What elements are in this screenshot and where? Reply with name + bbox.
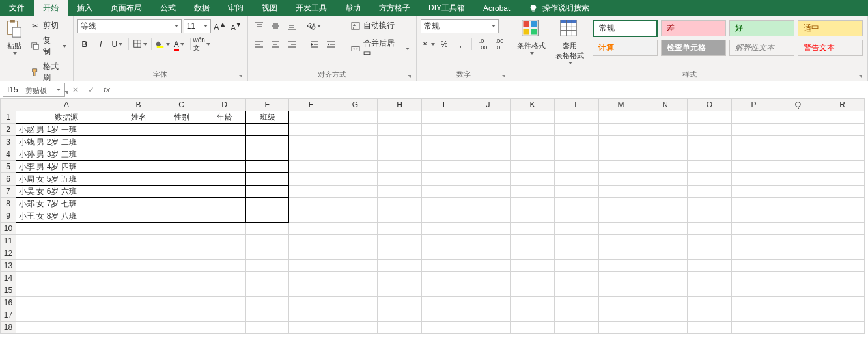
cell-B17[interactable]: [117, 309, 160, 322]
col-header-P[interactable]: P: [732, 99, 776, 111]
cell-P12[interactable]: [732, 247, 776, 260]
cell-I8[interactable]: [422, 198, 466, 210]
cell-G10[interactable]: [333, 223, 378, 235]
cell-Q13[interactable]: [776, 260, 820, 272]
tab-file[interactable]: 文件: [0, 0, 34, 16]
cell-O8[interactable]: [688, 198, 732, 210]
cell-C3[interactable]: [160, 136, 203, 148]
cell-M13[interactable]: [599, 260, 643, 272]
cell-M11[interactable]: [599, 235, 643, 247]
cell-D10[interactable]: [203, 223, 246, 235]
cell-E5[interactable]: [246, 161, 289, 173]
cell-G4[interactable]: [333, 148, 378, 161]
cell-N18[interactable]: [643, 322, 688, 334]
cell-A18[interactable]: [16, 322, 117, 334]
cell-E18[interactable]: [246, 322, 289, 334]
cell-N3[interactable]: [643, 136, 688, 148]
cell-D3[interactable]: [203, 136, 246, 148]
percent-button[interactable]: %: [437, 37, 451, 51]
cell-D14[interactable]: [203, 272, 246, 284]
cell-P17[interactable]: [732, 309, 776, 322]
cell-J6[interactable]: [466, 173, 511, 186]
tab-home[interactable]: 开始: [34, 0, 68, 16]
cell-M9[interactable]: [599, 210, 643, 223]
cell-E2[interactable]: [246, 124, 289, 136]
col-header-B[interactable]: B: [117, 99, 160, 111]
increase-decimal-button[interactable]: .0.00: [476, 37, 490, 51]
cell-Q10[interactable]: [776, 223, 820, 235]
cell-B4[interactable]: [117, 148, 160, 161]
cell-A13[interactable]: [16, 260, 117, 272]
cell-B5[interactable]: [117, 161, 160, 173]
shrink-font-button[interactable]: A▼: [229, 19, 244, 33]
row-header-6[interactable]: 6: [1, 173, 16, 186]
cell-F4[interactable]: [289, 148, 333, 161]
cell-A15[interactable]: [16, 284, 117, 297]
cell-N6[interactable]: [643, 173, 688, 186]
cell-D18[interactable]: [203, 322, 246, 334]
row-header-16[interactable]: 16: [1, 297, 16, 309]
cell-M4[interactable]: [599, 148, 643, 161]
cell-K11[interactable]: [511, 235, 555, 247]
cell-G12[interactable]: [333, 247, 378, 260]
cell-E3[interactable]: [246, 136, 289, 148]
tab-help[interactable]: 帮助: [336, 0, 370, 16]
cell-F10[interactable]: [289, 223, 333, 235]
cell-N11[interactable]: [643, 235, 688, 247]
cut-button[interactable]: ✂剪切: [27, 19, 69, 33]
indent-decrease-button[interactable]: [307, 37, 322, 51]
cell-J8[interactable]: [466, 198, 511, 210]
cell-R4[interactable]: [820, 148, 865, 161]
cell-R8[interactable]: [820, 198, 865, 210]
cell-G3[interactable]: [333, 136, 378, 148]
cell-P4[interactable]: [732, 148, 776, 161]
cell-P5[interactable]: [732, 161, 776, 173]
cell-J1[interactable]: [466, 111, 511, 124]
cell-R6[interactable]: [820, 173, 865, 186]
style-warn[interactable]: 警告文本: [798, 40, 863, 56]
cell-L7[interactable]: [555, 186, 599, 198]
cell-A1[interactable]: 数据源: [16, 111, 117, 124]
tab-diy[interactable]: DIY工具箱: [419, 0, 474, 16]
col-header-F[interactable]: F: [289, 99, 333, 111]
cell-F13[interactable]: [289, 260, 333, 272]
cell-Q18[interactable]: [776, 322, 820, 334]
cell-C5[interactable]: [160, 161, 203, 173]
cell-D17[interactable]: [203, 309, 246, 322]
cell-E15[interactable]: [246, 284, 289, 297]
cell-O11[interactable]: [688, 235, 732, 247]
cell-D6[interactable]: [203, 173, 246, 186]
cell-O17[interactable]: [688, 309, 732, 322]
cell-K10[interactable]: [511, 223, 555, 235]
cell-K1[interactable]: [511, 111, 555, 124]
comma-button[interactable]: ,: [453, 37, 468, 51]
cell-H5[interactable]: [378, 161, 422, 173]
cell-H9[interactable]: [378, 210, 422, 223]
cell-H13[interactable]: [378, 260, 422, 272]
cell-G8[interactable]: [333, 198, 378, 210]
cell-K14[interactable]: [511, 272, 555, 284]
cell-B18[interactable]: [117, 322, 160, 334]
cell-M18[interactable]: [599, 322, 643, 334]
cell-N8[interactable]: [643, 198, 688, 210]
cell-M1[interactable]: [599, 111, 643, 124]
cell-P2[interactable]: [732, 124, 776, 136]
tab-pagelayout[interactable]: 页面布局: [102, 0, 151, 16]
cell-M10[interactable]: [599, 223, 643, 235]
style-neutral[interactable]: 适中: [798, 20, 863, 36]
cell-A17[interactable]: [16, 309, 117, 322]
cell-B3[interactable]: [117, 136, 160, 148]
cell-R9[interactable]: [820, 210, 865, 223]
cell-G18[interactable]: [333, 322, 378, 334]
cell-E13[interactable]: [246, 260, 289, 272]
cell-A11[interactable]: [16, 235, 117, 247]
cell-C11[interactable]: [160, 235, 203, 247]
cell-A2[interactable]: 小赵 男 1岁 一班: [16, 124, 117, 136]
cell-I13[interactable]: [422, 260, 466, 272]
cell-O2[interactable]: [688, 124, 732, 136]
cell-D2[interactable]: [203, 124, 246, 136]
cell-P1[interactable]: [732, 111, 776, 124]
cell-P18[interactable]: [732, 322, 776, 334]
cell-N12[interactable]: [643, 247, 688, 260]
tab-formulas[interactable]: 公式: [151, 0, 185, 16]
